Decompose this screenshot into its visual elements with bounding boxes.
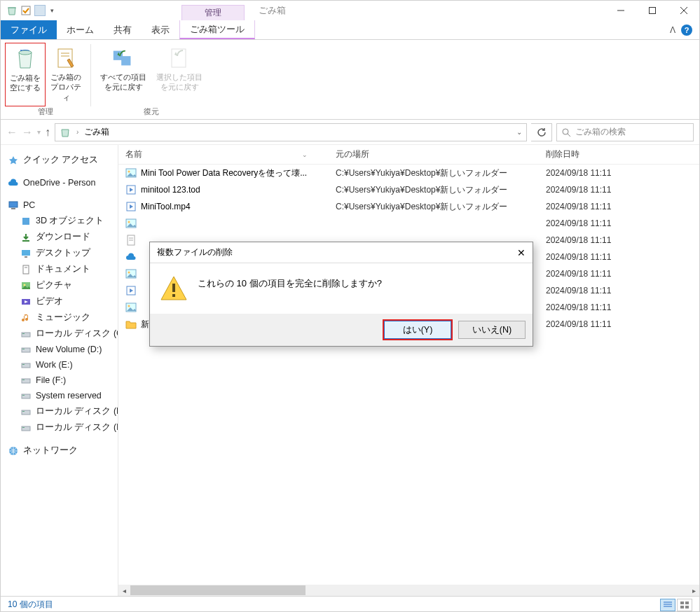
collapse-ribbon-button[interactable]: ᐱ <box>670 25 675 35</box>
scrollbar-thumb[interactable] <box>130 585 306 595</box>
svg-rect-36 <box>22 410 30 415</box>
column-header-date[interactable]: 削除日時 <box>539 148 699 160</box>
file-delete-date: 2024/09/18 11:11 <box>539 185 699 195</box>
svg-point-46 <box>128 221 130 223</box>
help-icon[interactable]: ? <box>681 25 692 36</box>
sidebar-item[interactable]: 3D オブジェクト <box>1 213 118 229</box>
svg-rect-63 <box>172 294 175 297</box>
file-icon <box>125 302 137 313</box>
sidebar-item[interactable]: ビデオ <box>1 293 118 310</box>
details-view-button[interactable] <box>660 599 675 611</box>
dialog-title-bar[interactable]: 複数ファイルの削除 ✕ <box>150 242 533 263</box>
sidebar-item[interactable]: ローカル ディスク (I:) <box>1 419 118 436</box>
folder-icon <box>20 264 32 275</box>
sidebar-item[interactable]: ミュージック <box>1 310 118 326</box>
file-delete-date: 2024/09/18 11:11 <box>539 286 699 295</box>
tab-file[interactable]: ファイル <box>1 20 57 39</box>
maximize-button[interactable] <box>636 1 668 20</box>
column-header-name[interactable]: 名前 ⌄ <box>118 148 329 160</box>
table-row[interactable]: Mini Tool Power Data Recoveryを使って壊...C:¥… <box>118 165 699 181</box>
sidebar-pc[interactable]: PC <box>1 197 118 213</box>
sidebar-item[interactable]: File (F:) <box>1 373 118 388</box>
sidebar-item[interactable]: Work (E:) <box>1 357 118 373</box>
sidebar-item[interactable]: ピクチャ <box>1 277 118 293</box>
icons-view-button[interactable] <box>677 599 692 611</box>
folder-icon <box>20 216 32 227</box>
sidebar-network[interactable]: ネットワーク <box>1 443 118 459</box>
breadcrumb-location[interactable]: ごみ箱 <box>84 126 109 138</box>
folder-icon <box>20 375 32 386</box>
column-header-location[interactable]: 元の場所 <box>329 148 539 160</box>
navigation-pane: クイック アクセス OneDrive - Person PC 3D オブジェクト… <box>1 145 118 596</box>
nav-back-button[interactable]: ← <box>6 126 18 139</box>
folder-icon <box>20 312 32 324</box>
svg-rect-30 <box>22 363 30 368</box>
minimize-button[interactable] <box>605 1 636 20</box>
svg-rect-28 <box>22 348 30 352</box>
qat-checkbox-icon[interactable] <box>20 5 32 16</box>
svg-rect-26 <box>22 333 30 337</box>
file-delete-date: 2024/09/18 11:11 <box>539 235 699 245</box>
folder-icon <box>20 344 32 355</box>
ribbon-tabs: ファイル ホーム 共有 表示 ごみ箱ツール ᐱ ? <box>1 20 699 40</box>
file-icon <box>125 167 137 179</box>
tab-share[interactable]: 共有 <box>104 20 142 39</box>
svg-point-24 <box>24 284 26 286</box>
svg-rect-0 <box>22 6 30 15</box>
tab-home[interactable]: ホーム <box>57 20 104 39</box>
folder-icon <box>20 232 32 243</box>
sidebar-item[interactable]: デスクトップ <box>1 245 118 261</box>
nav-forward-button[interactable]: → <box>22 126 33 139</box>
pc-icon <box>8 200 19 211</box>
table-row[interactable]: 2024/09/18 11:11 <box>118 215 699 232</box>
svg-rect-20 <box>25 256 27 258</box>
svg-rect-33 <box>22 380 25 380</box>
svg-rect-31 <box>22 364 25 365</box>
scroll-right-icon[interactable]: ▸ <box>688 587 699 594</box>
dialog-yes-button[interactable]: はい(Y) <box>384 321 451 339</box>
svg-point-6 <box>20 50 22 51</box>
address-dropdown-icon[interactable]: ⌄ <box>516 128 522 136</box>
nav-up-button[interactable]: ↑ <box>45 126 50 139</box>
svg-rect-27 <box>22 333 25 334</box>
scroll-left-icon[interactable]: ◂ <box>118 587 130 594</box>
sidebar-onedrive[interactable]: OneDrive - Person <box>1 175 118 190</box>
horizontal-scrollbar[interactable]: ◂ ▸ <box>118 585 699 596</box>
breadcrumb-sep-icon[interactable]: › <box>76 128 78 136</box>
restore-all-button[interactable]: すべての項目 を元に戻す <box>95 43 151 106</box>
sidebar-item[interactable]: ドキュメント <box>1 261 118 277</box>
dialog-close-button[interactable]: ✕ <box>517 247 526 258</box>
address-bar[interactable]: › ごみ箱 ⌄ <box>55 123 527 141</box>
sidebar-quick-access[interactable]: クイック アクセス <box>1 152 118 168</box>
svg-rect-15 <box>9 202 18 207</box>
restore-selected-button: 選択した項目 を元に戻す <box>151 43 207 106</box>
title-bar: ▾ 管理 ごみ箱 <box>1 1 699 20</box>
search-box[interactable]: ごみ箱の検索 <box>556 123 694 141</box>
status-item-count: 10 個の項目 <box>8 599 53 611</box>
file-delete-date: 2024/09/18 11:11 <box>539 319 699 329</box>
ribbon: ごみ箱を 空にする ごみ箱の プロパティ 管理 すべての項目 を元に戻す <box>1 40 699 120</box>
file-icon <box>125 285 137 296</box>
nav-history-dropdown[interactable]: ▾ <box>37 128 41 136</box>
table-row[interactable]: minitool 123.todC:¥Users¥Yukiya¥Desktop¥… <box>118 181 699 198</box>
window-title: ごみ箱 <box>259 4 286 17</box>
sidebar-item[interactable]: ローカル ディスク (C <box>1 326 118 342</box>
sort-indicator-icon: ⌄ <box>302 151 308 158</box>
qat-properties-icon[interactable] <box>34 5 46 16</box>
sidebar-item[interactable]: ダウンロード <box>1 229 118 245</box>
recycle-bin-properties-button[interactable]: ごみ箱の プロパティ <box>46 43 86 106</box>
tab-recycle-tools[interactable]: ごみ箱ツール <box>179 20 255 39</box>
tab-view[interactable]: 表示 <box>142 20 179 39</box>
qat-dropdown-icon[interactable]: ▾ <box>48 5 55 16</box>
sidebar-item[interactable]: ローカル ディスク (H <box>1 403 118 419</box>
file-icon <box>125 268 137 279</box>
sidebar-item[interactable]: System reserved <box>1 388 118 403</box>
file-name: minitool 123.tod <box>141 185 200 195</box>
close-button[interactable] <box>668 1 699 20</box>
refresh-button[interactable] <box>531 123 552 141</box>
table-row[interactable]: MiniTool.mp4C:¥Users¥Yukiya¥Desktop¥新しいフ… <box>118 198 699 215</box>
empty-recycle-bin-button[interactable]: ごみ箱を 空にする <box>5 43 46 106</box>
sidebar-item[interactable]: New Volume (D:) <box>1 342 118 357</box>
dialog-no-button[interactable]: いいえ(N) <box>458 321 526 339</box>
file-delete-date: 2024/09/18 11:11 <box>539 202 699 211</box>
